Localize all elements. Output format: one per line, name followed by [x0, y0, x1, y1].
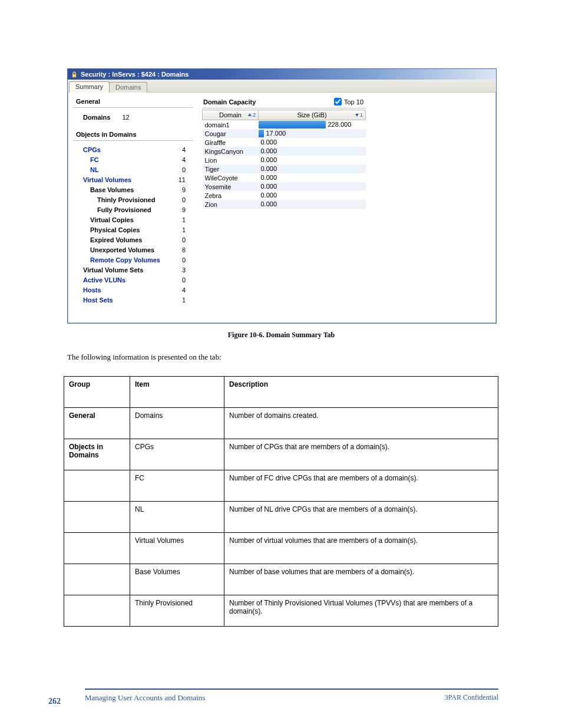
capacity-bar-label: 0.000 [261, 139, 277, 146]
doc-cell: Number of base volumes that are members … [224, 564, 498, 595]
doc-row: NLNumber of NL drive CPGs that are membe… [64, 502, 498, 533]
capacity-row[interactable]: WileCoyote0.000 [203, 173, 366, 182]
tree-item: Virtual Copies1 [72, 215, 199, 225]
capacity-domain-cell: Girafffe [203, 138, 259, 147]
capacity-bar-label: 0.000 [261, 200, 277, 208]
capacity-size-cell: 0.000 [259, 200, 366, 209]
tabstrip: Summary Domains [68, 80, 496, 93]
tree-item-value: 0 [182, 276, 186, 284]
doc-cell: Objects in Domains [64, 439, 130, 470]
tree-item: Virtual Volumes11 [72, 174, 199, 185]
doc-cell [64, 470, 130, 502]
capacity-row[interactable]: KingsCanyon0.000 [203, 147, 366, 156]
capacity-row[interactable]: Tiger0.000 [203, 164, 366, 173]
tree-item-label[interactable]: Host Sets [83, 296, 113, 304]
tree-item-label[interactable]: Remote Copy Volumes [90, 256, 160, 264]
tree-item: CPGs4 [72, 144, 199, 154]
capacity-size-cell: 0.000 [259, 182, 366, 191]
tree-item-value: 9 [182, 186, 186, 194]
capacity-row[interactable]: Cougar17.000 [203, 129, 366, 138]
tree-item-value: 1 [182, 296, 186, 304]
capacity-size-cell: 17.000 [259, 129, 366, 138]
capacity-size-cell: 0.000 [259, 191, 366, 200]
capacity-bar-label: 0.000 [261, 147, 277, 155]
tree-item-label[interactable]: Virtual Volumes [83, 176, 131, 184]
capacity-domain-cell: Tiger [203, 164, 259, 173]
tree-item-value: 8 [182, 246, 186, 254]
objects-heading: Objects in Domains [72, 129, 193, 141]
top10-toggle[interactable]: Top 10 [334, 98, 363, 106]
capacity-bar-label: 0.000 [261, 156, 277, 164]
top10-label: Top 10 [344, 98, 363, 106]
lock-icon [71, 71, 78, 78]
capacity-bar-label: 0.000 [261, 192, 277, 199]
doc-table: GroupItemDescriptionGeneralDomainsNumber… [64, 376, 498, 627]
capacity-row[interactable]: Girafffe0.000 [203, 138, 366, 147]
doc-cell [64, 502, 130, 533]
capacity-bar [259, 130, 264, 137]
tree-item-label: Thinly Provisioned [97, 196, 155, 204]
tree-item-label[interactable]: Active VLUNs [83, 276, 125, 284]
sort-asc-icon: 2 [247, 112, 256, 118]
tree-item: Hosts4 [72, 285, 199, 295]
capacity-domain-cell: Yosemite [203, 182, 259, 191]
capacity-title: Domain Capacity [203, 98, 256, 106]
capacity-row[interactable]: Zebra0.000 [203, 191, 366, 200]
capacity-size-cell: 228.000 [259, 120, 366, 130]
doc-cell: Number of Thinly Provisioned Virtual Vol… [224, 595, 498, 627]
capacity-size-cell: 0.000 [259, 164, 366, 173]
capacity-row[interactable]: Lion0.000 [203, 156, 366, 164]
capacity-bar [259, 121, 326, 129]
tree-item: Unexported Volumes8 [72, 245, 199, 255]
capacity-row[interactable]: Zion0.000 [203, 200, 366, 209]
col-domain-label: Domain [219, 111, 242, 118]
domains-summary-panel: Security : InServs : $424 : Domains Summ… [67, 68, 497, 324]
tab-label: Summary [75, 83, 103, 90]
tree-item-value: 3 [182, 266, 186, 274]
doc-cell: Number of CPGs that are members of a dom… [224, 439, 498, 470]
capacity-size-cell: 0.000 [259, 147, 366, 156]
capacity-bar-label: 0.000 [261, 174, 277, 182]
tree-item: Thinly Provisioned0 [72, 195, 199, 205]
col-size[interactable]: Size (GiB) 1 [259, 110, 366, 120]
tree-item: Base Volumes9 [72, 185, 199, 195]
tab-domains[interactable]: Domains [109, 82, 147, 93]
doc-cell: Base Volumes [130, 564, 224, 595]
doc-row: Base VolumesNumber of base volumes that … [64, 564, 498, 595]
doc-row: FCNumber of FC drive CPGs that are membe… [64, 470, 498, 502]
tree-item-value: 0 [182, 166, 186, 174]
doc-cell: Number of NL drive CPGs that are members… [224, 502, 498, 533]
capacity-bar-label: 228.000 [328, 121, 352, 129]
top10-checkbox[interactable] [334, 98, 342, 106]
capacity-row[interactable]: Yosemite0.000 [203, 182, 366, 191]
doc-cell [64, 595, 130, 627]
capacity-domain-cell: Lion [203, 156, 259, 164]
tree-item: NL0 [72, 164, 199, 174]
tree-item-value: 0 [182, 236, 186, 244]
tree-item-value: 4 [182, 156, 186, 164]
tree-item-label[interactable]: FC [90, 156, 99, 164]
capacity-domain-cell: WileCoyote [203, 173, 259, 182]
doc-cell: FC [130, 470, 224, 502]
tree-item-value: 1 [182, 216, 186, 224]
col-domain[interactable]: Domain 2 [203, 110, 259, 120]
tree-item-label: Unexported Volumes [90, 246, 154, 254]
tree-item-label[interactable]: Hosts [83, 286, 101, 294]
capacity-domain-cell: Zebra [203, 191, 259, 200]
capacity-row[interactable]: domain1228.000 [203, 120, 366, 130]
company-footer: 3PAR Confidential [445, 693, 498, 702]
tree-item-label: Expired Volumes [90, 236, 142, 244]
doc-header-cell: Group [64, 377, 130, 408]
tree-item-label[interactable]: CPGs [83, 146, 101, 154]
capacity-bar-label: 17.000 [266, 130, 286, 137]
tree-item-label[interactable]: NL [90, 166, 99, 174]
capacity-bar-label: 0.000 [261, 165, 277, 173]
doc-header-cell: Description [224, 377, 498, 408]
doc-row: Thinly ProvisionedNumber of Thinly Provi… [64, 595, 498, 627]
page-number: 262 [48, 697, 61, 706]
doc-cell: General [64, 408, 130, 439]
tree-item-value: 0 [182, 256, 186, 264]
capacity-size-cell: 0.000 [259, 173, 366, 182]
tree-item: Fully Provisioned9 [72, 205, 199, 215]
tab-summary[interactable]: Summary [69, 81, 110, 93]
